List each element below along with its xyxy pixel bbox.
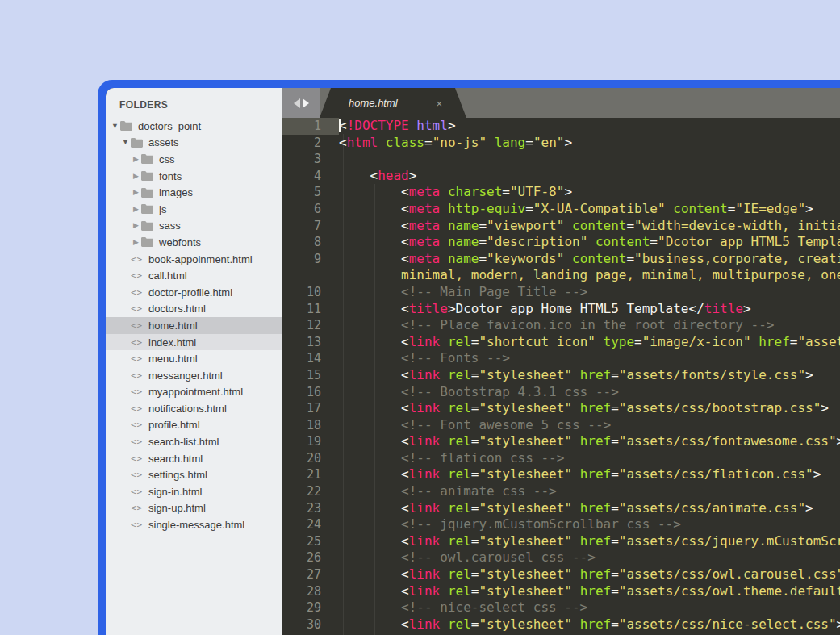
code-text: <link rel="stylesheet" href="assets/css/… — [339, 533, 840, 550]
line-number: 20 — [282, 450, 339, 467]
folder-item-css[interactable]: ▶css — [106, 151, 282, 168]
code-line[interactable]: 18 <!-- Font awesome 5 css --> — [282, 417, 840, 434]
tree-item-label: doctors_point — [138, 120, 201, 132]
code-line[interactable]: 17 <link rel="stylesheet" href="assets/c… — [282, 400, 840, 417]
code-text: <!-- flaticon css --> — [339, 450, 840, 467]
file-item-sign-in.html[interactable]: <>sign-in.html — [106, 483, 282, 500]
code-line[interactable]: 30 <link rel="stylesheet" href="assets/c… — [282, 616, 840, 633]
code-line[interactable]: 3 — [282, 151, 840, 168]
chevron-right-icon[interactable]: ▶ — [131, 206, 141, 213]
chevron-right-icon[interactable]: ▶ — [131, 239, 141, 246]
sidebar-header: FOLDERS — [106, 88, 282, 118]
file-item-doctors.html[interactable]: <>doctors.html — [106, 301, 282, 318]
chevron-right-icon[interactable]: ▶ — [131, 173, 141, 180]
file-icon: <> — [131, 487, 147, 497]
file-icon: <> — [131, 386, 147, 397]
code-line[interactable]: 19 <link rel="stylesheet" href="assets/c… — [282, 433, 840, 450]
file-item-settings.html[interactable]: <>settings.html — [106, 466, 282, 483]
code-line[interactable]: 11 <title>Dcotor app Home HTML5 Template… — [282, 301, 840, 318]
code-text: <link rel="stylesheet" href="assets/css/… — [339, 500, 840, 517]
folder-item-webfonts[interactable]: ▶webfonts — [106, 234, 282, 251]
folder-item-assets[interactable]: ▼assets — [106, 135, 282, 152]
code-line[interactable]: 1<!DOCTYPE html> — [282, 118, 840, 135]
file-item-search.html[interactable]: <>search.html — [106, 450, 282, 467]
code-line[interactable]: 2<html class="no-js" lang="en"> — [282, 135, 840, 152]
file-item-profile.html[interactable]: <>profile.html — [106, 417, 282, 434]
file-item-call.html[interactable]: <>call.html — [106, 267, 282, 284]
code-text: minimal, modern, landing page, minimal, … — [339, 267, 840, 284]
code-line[interactable]: 14 <!-- Fonts --> — [282, 350, 840, 367]
folder-item-js[interactable]: ▶js — [106, 201, 282, 218]
code-line[interactable]: 29 <!-- nice-select css --> — [282, 599, 840, 616]
code-line[interactable]: 16 <!-- Bootstrap 4.3.1 css --> — [282, 384, 840, 401]
line-number: 23 — [282, 500, 339, 517]
chevron-right-icon[interactable]: ▶ — [131, 222, 141, 229]
tree-item-label: single-message.html — [148, 519, 244, 531]
code-text: <link rel="stylesheet" href="assets/css/… — [339, 583, 840, 600]
line-number: 2 — [282, 135, 339, 152]
code-line[interactable]: 28 <link rel="stylesheet" href="assets/c… — [282, 583, 840, 600]
file-item-menu.html[interactable]: <>menu.html — [106, 350, 282, 367]
tab-close-icon[interactable]: × — [436, 97, 442, 109]
code-text: <!-- nice-select css --> — [339, 599, 840, 616]
code-line[interactable]: 4 <head> — [282, 168, 840, 185]
code-text: <!-- owl.carousel css --> — [339, 549, 840, 566]
file-item-sign-up.html[interactable]: <>sign-up.html — [106, 500, 282, 517]
code-line[interactable]: 10 <!-- Main Page Title --> — [282, 284, 840, 301]
tab-scroll-left-icon[interactable] — [294, 98, 300, 108]
code-line[interactable]: 8 <meta name="description" content="Dcot… — [282, 234, 840, 251]
folder-item-images[interactable]: ▶images — [106, 184, 282, 201]
code-line[interactable]: 9 <meta name="keywords" content="busines… — [282, 251, 840, 268]
tree-item-label: sass — [159, 219, 181, 232]
line-number: 11 — [282, 301, 339, 318]
folder-item-sass[interactable]: ▶sass — [106, 218, 282, 235]
file-item-index.html[interactable]: <>index.html — [106, 334, 282, 351]
code-line[interactable]: 21 <link rel="stylesheet" href="assets/c… — [282, 466, 840, 483]
code-line[interactable]: minimal, modern, landing page, minimal, … — [282, 267, 840, 284]
tree-item-label: doctors.html — [148, 303, 206, 315]
code-line[interactable]: 23 <link rel="stylesheet" href="assets/c… — [282, 500, 840, 517]
code-text: <!-- animate css --> — [339, 483, 840, 500]
folder-item-fonts[interactable]: ▶fonts — [106, 168, 282, 185]
tree-item-label: assets — [148, 136, 179, 148]
tree-item-label: images — [159, 186, 193, 198]
file-item-myappointment.html[interactable]: <>myappointment.html — [106, 384, 282, 401]
file-item-home.html[interactable]: <>home.html — [106, 317, 282, 334]
tree-item-label: call.html — [148, 269, 187, 282]
folder-icon — [141, 154, 157, 164]
code-line[interactable]: 24 <!-- jquery.mCustomScrollbar css --> — [282, 516, 840, 533]
code-line[interactable]: 26 <!-- owl.carousel css --> — [282, 549, 840, 566]
file-icon: <> — [131, 520, 147, 530]
code-editor[interactable]: 1<!DOCTYPE html>2<html class="no-js" lan… — [282, 118, 840, 635]
code-line[interactable]: 22 <!-- animate css --> — [282, 483, 840, 500]
tab-home[interactable]: home.html × — [320, 88, 466, 118]
code-line[interactable]: 15 <link rel="stylesheet" href="assets/f… — [282, 367, 840, 384]
file-item-notifications.html[interactable]: <>notifications.html — [106, 400, 282, 417]
code-line[interactable]: 25 <link rel="stylesheet" href="assets/c… — [282, 533, 840, 550]
code-line[interactable]: 13 <link rel="shortcut icon" type="image… — [282, 334, 840, 351]
tab-scroll-right-icon[interactable] — [303, 98, 309, 108]
code-line[interactable]: 27 <link rel="stylesheet" href="assets/c… — [282, 566, 840, 583]
code-line[interactable]: 6 <meta http-equiv="X-UA-Compatible" con… — [282, 201, 840, 218]
file-icon: <> — [131, 503, 147, 513]
tree-item-label: settings.html — [148, 469, 207, 481]
file-item-book-appoinment.html[interactable]: <>book-appoinment.html — [106, 251, 282, 268]
tree-item-label: profile.html — [148, 419, 200, 431]
chevron-right-icon[interactable]: ▶ — [131, 189, 141, 196]
code-text: <meta charset="UTF-8"> — [339, 184, 840, 201]
file-item-doctor-profile.html[interactable]: <>doctor-profile.html — [106, 284, 282, 301]
file-item-single-message.html[interactable]: <>single-message.html — [106, 516, 282, 533]
code-text: <!DOCTYPE html> — [339, 118, 840, 135]
line-number: 13 — [282, 334, 339, 351]
chevron-down-icon[interactable]: ▼ — [110, 123, 120, 130]
chevron-down-icon[interactable]: ▼ — [120, 139, 131, 146]
code-line[interactable]: 5 <meta charset="UTF-8"> — [282, 184, 840, 201]
code-line[interactable]: 20 <!-- flaticon css --> — [282, 450, 840, 467]
file-item-search-list.html[interactable]: <>search-list.html — [106, 433, 282, 450]
chevron-right-icon[interactable]: ▶ — [131, 156, 141, 163]
code-line[interactable]: 7 <meta name="viewport" content="width=d… — [282, 218, 840, 235]
code-line[interactable]: 12 <!-- Place favicon.ico in the root di… — [282, 317, 840, 334]
folder-icon — [141, 221, 157, 231]
file-item-messanger.html[interactable]: <>messanger.html — [106, 367, 282, 384]
folder-item-doctors_point[interactable]: ▼doctors_point — [106, 118, 282, 135]
